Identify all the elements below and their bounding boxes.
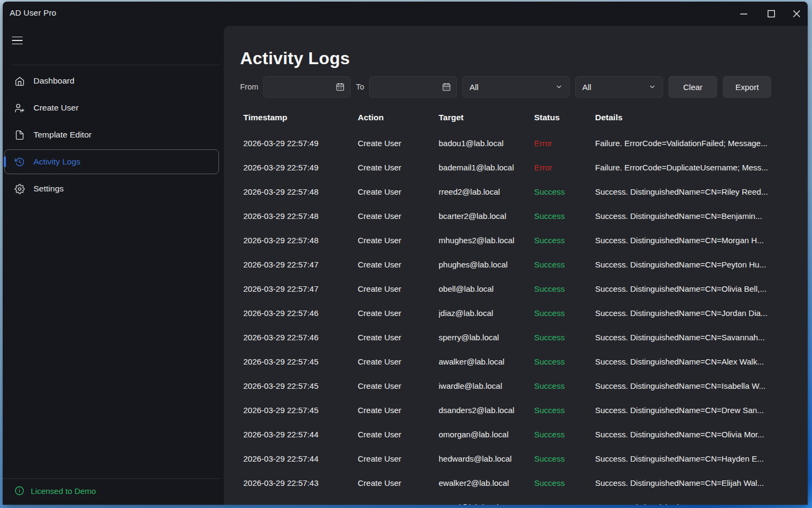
cell-action: Create User: [358, 333, 439, 342]
active-indicator-bar: [4, 156, 6, 167]
cell-status: Success: [534, 260, 595, 269]
sidebar-item-label: Template Editor: [33, 130, 92, 140]
cell-target: phughes@lab.local: [439, 260, 534, 269]
cell-status: Success: [534, 406, 595, 415]
status-filter-select[interactable]: All: [575, 76, 663, 98]
close-button[interactable]: [785, 2, 808, 26]
table-row: 2026-03-29 22:57:43 Create User pward@la…: [243, 495, 795, 505]
from-date-field: [263, 76, 351, 98]
cell-target: badou1@lab.local: [439, 139, 534, 148]
table-row: 2026-03-29 22:57:45 Create User dsanders…: [243, 398, 795, 422]
table-row: 2026-03-29 22:57:46 Create User sperry@l…: [243, 325, 795, 349]
chevron-down-icon: [649, 83, 656, 91]
table-row: 2026-03-29 22:57:47 Create User phughes@…: [243, 252, 795, 277]
sidebar-item-dashboard[interactable]: Dashboard: [4, 68, 219, 93]
cell-timestamp: 2026-03-29 22:57:47: [243, 260, 358, 269]
user-plus-icon: [14, 102, 25, 113]
table-row: 2026-03-29 22:57:44 Create User omorgan@…: [243, 422, 795, 447]
cell-status: Success: [534, 454, 595, 463]
cell-action: Create User: [358, 284, 439, 293]
document-icon: [14, 129, 25, 140]
sidebar-item-settings[interactable]: Settings: [4, 176, 219, 201]
cell-status: Error: [534, 163, 595, 172]
cell-timestamp: 2026-03-29 22:57:48: [243, 236, 358, 245]
cell-action: Create User: [358, 478, 439, 488]
cell-action: Create User: [358, 381, 439, 390]
cell-target: jdiaz@lab.local: [439, 308, 534, 318]
sidebar-item-create-user[interactable]: Create User: [4, 95, 219, 120]
sidebar-item-activity-logs[interactable]: Activity Logs: [4, 149, 219, 174]
cell-action: Create User: [358, 430, 439, 439]
logs-table-header: TimestampActionTargetStatusDetails: [243, 107, 795, 128]
license-status: Licensed to Demo: [3, 479, 220, 496]
minimize-button[interactable]: [730, 2, 758, 26]
cell-details: Success. DistinguishedName=CN=Benjamin..…: [595, 211, 795, 221]
cell-status: Success: [534, 381, 595, 390]
table-row: 2026-03-29 22:57:45 Create User iwardle@…: [243, 374, 795, 398]
cell-action: Create User: [358, 187, 439, 196]
maximize-button[interactable]: [758, 2, 785, 26]
table-row: 2026-03-29 22:57:49 Create User bademail…: [243, 155, 795, 180]
action-filter-select[interactable]: All: [462, 76, 570, 98]
cell-timestamp: 2026-03-29 22:57:49: [243, 139, 358, 148]
cell-target: sperry@lab.local: [439, 333, 534, 342]
cell-action: Create User: [358, 406, 439, 415]
cell-target: hedwards@lab.local: [439, 454, 534, 463]
table-row: 2026-03-29 22:57:49 Create User badou1@l…: [243, 131, 795, 155]
action-filter-value: All: [469, 83, 479, 92]
logs-table-body: 2026-03-29 22:57:49 Create User badou1@l…: [243, 131, 795, 505]
cell-timestamp: 2026-03-29 22:57:49: [243, 163, 358, 172]
page-title: Activity Logs: [240, 46, 808, 70]
sidebar-item-template-editor[interactable]: Template Editor: [4, 122, 219, 147]
cell-details: Success. DistinguishedName=CN=Alex Walk.…: [595, 357, 795, 366]
sidebar-nav: Dashboard Create User Template Editor Ac…: [3, 68, 224, 203]
sidebar-footer: Licensed to Demo: [3, 478, 220, 505]
export-button[interactable]: Export: [723, 76, 771, 98]
cell-timestamp: 2026-03-29 22:57:44: [243, 430, 358, 439]
cell-status: Success: [534, 308, 595, 318]
filter-toolbar: From To All: [240, 76, 808, 98]
cell-timestamp: 2026-03-29 22:57:43: [243, 503, 358, 505]
cell-target: bcarter2@lab.local: [439, 211, 534, 221]
status-filter-value: All: [582, 83, 591, 92]
cell-status: Success: [534, 478, 595, 488]
column-header-timestamp: Timestamp: [243, 113, 358, 122]
history-icon: [14, 156, 25, 167]
cell-action: Create User: [358, 503, 439, 505]
cell-timestamp: 2026-03-29 22:57:43: [243, 478, 358, 488]
calendar-icon[interactable]: [442, 83, 451, 92]
minimize-icon: [740, 10, 748, 18]
cell-details: Success. DistinguishedName=CN=Riley Reed…: [595, 187, 795, 196]
cell-timestamp: 2026-03-29 22:57:48: [243, 187, 358, 196]
clear-button[interactable]: Clear: [668, 76, 717, 98]
cell-target: iwardle@lab.local: [439, 381, 534, 390]
cell-timestamp: 2026-03-29 22:57:48: [243, 211, 358, 221]
cell-timestamp: 2026-03-29 22:57:47: [243, 284, 358, 293]
table-row: 2026-03-29 22:57:48 Create User bcarter2…: [243, 204, 795, 228]
cell-details: Failure. ErrorCode=ValidationFailed; Mes…: [595, 139, 795, 148]
cell-target: obell@lab.local: [439, 284, 534, 293]
cell-status: Success: [534, 357, 595, 366]
cell-action: Create User: [358, 454, 439, 463]
table-row: 2026-03-29 22:57:45 Create User awalker@…: [243, 349, 795, 374]
cell-target: ewalker2@lab.local: [439, 478, 534, 488]
cell-timestamp: 2026-03-29 22:57:44: [243, 454, 358, 463]
cell-details: Success. DistinguishedName=CN=Drew San..…: [595, 406, 795, 415]
cell-details: Success. DistinguishedName=CN=Olivia Mor…: [595, 430, 795, 439]
cell-status: Success: [534, 333, 595, 342]
sidebar-item-label: Dashboard: [33, 76, 74, 86]
sidebar: Dashboard Create User Template Editor Ac…: [3, 26, 224, 505]
close-icon: [793, 10, 801, 18]
column-header-details: Details: [595, 113, 795, 122]
cell-status: Error: [534, 139, 595, 148]
hamburger-icon: [12, 37, 23, 38]
cell-timestamp: 2026-03-29 22:57:45: [243, 381, 358, 390]
calendar-icon[interactable]: [336, 83, 345, 92]
hamburger-menu-button[interactable]: [12, 32, 28, 49]
cell-details: Success. DistinguishedName=CN=Jordan Dia…: [595, 308, 795, 318]
cell-action: Create User: [358, 211, 439, 221]
title-bar: AD User Pro: [3, 2, 808, 26]
table-row: 2026-03-29 22:57:43 Create User ewalker2…: [243, 471, 795, 495]
cell-target: rreed2@lab.local: [439, 187, 534, 196]
cell-details: Success. DistinguishedName=CN=Elijah Wal…: [595, 478, 795, 488]
